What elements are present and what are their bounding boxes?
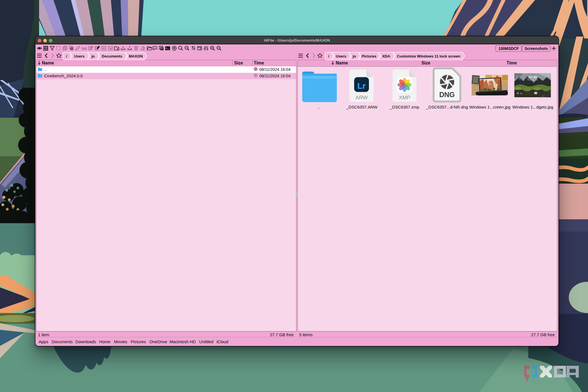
svg-text:Users: Users (336, 54, 346, 58)
svg-text:Time: Time (507, 61, 517, 65)
svg-text:Sunday, March 26: Sunday, March 26 (527, 79, 538, 81)
svg-text:DNG: DNG (439, 91, 455, 98)
svg-text:Windows 1...creen.jpg: Windows 1...creen.jpg (469, 105, 511, 109)
svg-text:Pictures: Pictures (361, 54, 376, 58)
svg-text:08/11/2024 16:04: 08/11/2024 16:04 (259, 74, 291, 78)
svg-text:ARW: ARW (356, 95, 368, 100)
svg-text:..: .. (318, 105, 320, 109)
svg-text:100MSDCF: 100MSDCF (498, 46, 519, 51)
svg-text:F10: F10 (489, 80, 491, 81)
svg-text:1 item: 1 item (38, 332, 49, 337)
svg-text:Name: Name (336, 61, 348, 65)
svg-text:27.7 GB free: 27.7 GB free (270, 332, 294, 337)
svg-text:_DSC6357...d-NR.dng: _DSC6357...d-NR.dng (426, 105, 468, 109)
svg-text:Size: Size (421, 61, 430, 65)
svg-text:27.7 GB free: 27.7 GB free (531, 332, 555, 337)
svg-text:/: / (66, 54, 67, 58)
svg-text:Apps: Apps (39, 339, 48, 344)
svg-text:12:40: 12:40 (528, 75, 537, 79)
svg-text:MAXON: MAXON (129, 54, 143, 58)
svg-text:Customize WIndows 11 lock scre: Customize WIndows 11 lock screen (397, 54, 460, 58)
svg-text:_DSC6357.xmp: _DSC6357.xmp (390, 105, 419, 109)
svg-text:Downloads: Downloads (75, 339, 96, 344)
svg-text:Screenshots: Screenshots (524, 46, 548, 51)
svg-text:Time: Time (254, 61, 264, 65)
svg-text:iCloud: iCloud (217, 339, 229, 344)
svg-text:/: / (328, 54, 329, 58)
svg-text:Lr: Lr (357, 81, 366, 90)
svg-text:Size: Size (234, 61, 243, 65)
svg-text:XMP: XMP (399, 95, 410, 100)
svg-text:Movies: Movies (114, 339, 128, 344)
svg-text:Macintosh HD: Macintosh HD (169, 339, 196, 344)
svg-text:Documents: Documents (52, 339, 73, 344)
svg-text:Users: Users (74, 54, 85, 58)
svg-text:5 items: 5 items (299, 332, 313, 337)
svg-text:Pictures: Pictures (131, 339, 146, 344)
svg-text:Cinebench_2024.0.0: Cinebench_2024.0.0 (44, 73, 83, 78)
svg-text:Windows 1...dgets.jpg: Windows 1...dgets.jpg (512, 105, 553, 109)
svg-text:31': 31' (520, 93, 522, 94)
svg-text:_DSC6357.ARW: _DSC6357.ARW (346, 105, 378, 109)
svg-text:Documents: Documents (102, 54, 122, 58)
svg-text:XDA: XDA (382, 54, 390, 58)
svg-text:Home: Home (99, 339, 111, 344)
svg-text:..: .. (44, 67, 46, 72)
svg-text:Untitled: Untitled (199, 339, 213, 344)
svg-text:08/11/2024 16:04: 08/11/2024 16:04 (259, 67, 291, 72)
svg-text:OneDrive: OneDrive (150, 339, 167, 344)
svg-text:jo: jo (91, 54, 95, 58)
svg-text:Name: Name (42, 61, 54, 65)
svg-text:jo: jo (352, 54, 356, 58)
